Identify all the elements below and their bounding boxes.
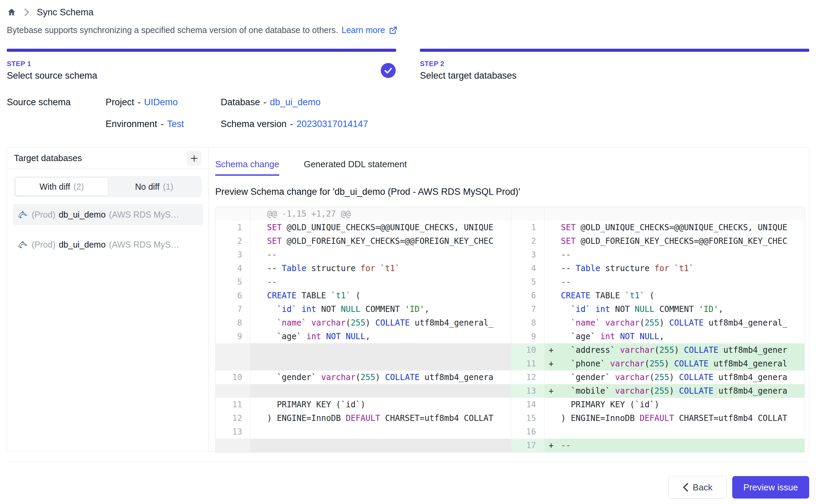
diff-line-number: 14	[511, 398, 545, 411]
code-token: PRIMARY KEY (`id`)	[267, 400, 365, 409]
code-token: varchar	[605, 318, 640, 328]
code-token: varchar	[615, 373, 649, 382]
schema-version-link[interactable]: 20230317014147	[297, 119, 368, 129]
code-token	[610, 373, 615, 382]
diff-line-content: --	[545, 275, 804, 289]
code-token: Table	[282, 264, 306, 273]
code-token	[595, 332, 600, 341]
back-button[interactable]: Back	[668, 476, 727, 499]
step-2-label: STEP 2	[420, 60, 517, 68]
code-token: DEFAULT	[640, 413, 674, 423]
code-token: 'ID'	[405, 304, 425, 314]
main-panel: Target databases With diff (2) No diff (…	[7, 147, 809, 452]
code-token: --	[267, 277, 277, 287]
diff-row: 7 `id` int NOT NULL COMMENT 'ID',7 `id` …	[216, 302, 804, 316]
code-token	[600, 318, 605, 328]
code-token	[561, 359, 571, 368]
external-link-icon[interactable]	[389, 26, 397, 35]
diff-line-content: `name` varchar(255) COLLATE utf8mb4_gene…	[545, 316, 804, 330]
code-token: --	[267, 250, 277, 259]
page-title: Sync Schema	[37, 7, 94, 18]
environment-field: Environment-Test	[106, 117, 221, 131]
code-token: `t1`	[669, 264, 694, 273]
diff-line-content: + `address` varchar(255) COLLATE utf8mb4…	[545, 343, 804, 357]
preview-issue-button[interactable]: Preview issue	[732, 476, 809, 499]
diff-line-number	[216, 439, 251, 452]
code-token: COLLATE	[385, 373, 420, 382]
project-link[interactable]: UIDemo	[144, 97, 178, 107]
step-2-progress-bar	[420, 49, 809, 52]
diff-line-number: 17	[511, 439, 545, 452]
home-icon[interactable]	[7, 7, 16, 17]
code-token: `address`	[571, 345, 615, 355]
code-token: 255	[351, 318, 365, 328]
diff-line-content: + `phone` varchar(255) COLLATE utf8mb4_g…	[545, 357, 804, 371]
code-token: 255	[361, 373, 375, 382]
tab-with-diff[interactable]: With diff (2)	[15, 177, 108, 196]
code-token: `age`	[277, 332, 301, 341]
source-schema-label: Source schema	[7, 95, 106, 131]
step-1: STEP 1 Select source schema	[7, 49, 396, 81]
learn-more-link[interactable]: Learn more	[342, 25, 385, 35]
code-token: (	[649, 373, 654, 382]
add-target-database-button[interactable]	[187, 151, 202, 166]
code-token: utf8mb4_genera	[713, 373, 787, 382]
code-token	[267, 318, 277, 328]
code-token	[307, 318, 311, 328]
diff-line-number: 7	[216, 302, 251, 316]
database-link[interactable]: db_ui_demo	[270, 97, 321, 107]
code-token: utf8mb4_general_	[410, 318, 493, 328]
diff-filter-tabs: With diff (2) No diff (1)	[14, 176, 202, 197]
list-item-database-2[interactable]: (Prod) db_ui_demo (AWS RDS MyS…	[13, 234, 203, 255]
diff-row: 4-- Table structure for `t1`4-- Table st…	[216, 262, 804, 275]
code-token: NOT	[610, 304, 635, 314]
code-token: (	[645, 291, 655, 300]
code-token: CHARSET=utf8mb4 COLLAT	[674, 413, 787, 423]
added-line-plus-sign: +	[549, 439, 553, 452]
code-token: --	[561, 277, 571, 287]
code-token: `id`	[571, 304, 591, 314]
code-token: SET	[561, 223, 576, 232]
diff-line-number	[216, 343, 251, 357]
diff-line-number: 15	[511, 411, 545, 425]
code-token	[561, 345, 571, 355]
code-token: (	[640, 318, 644, 328]
target-databases-pane: Target databases With diff (2) No diff (…	[7, 147, 209, 452]
code-token: 255	[645, 318, 659, 328]
code-token: int	[307, 332, 321, 341]
code-token: )	[375, 373, 385, 382]
code-token: SET	[561, 236, 576, 246]
environment-link[interactable]: Test	[167, 119, 184, 129]
diff-line-content: @@ -1,15 +1,27 @@	[251, 207, 511, 221]
code-token: NOT	[316, 304, 341, 314]
code-token	[297, 304, 301, 314]
diff-row: 9 `age` int NOT NULL,9 `age` int NOT NUL…	[216, 330, 804, 343]
list-item-database-1[interactable]: (Prod) db_ui_demo (AWS RDS MyS…	[13, 204, 203, 225]
diff-row: @@ -1,15 +1,27 @@	[216, 207, 804, 221]
diff-line-number: 10	[511, 343, 545, 357]
diff-line-number	[216, 384, 251, 398]
code-token: 255	[655, 373, 669, 382]
code-token: for	[361, 264, 375, 273]
preview-tabs: Schema change Generated DDL statement	[215, 159, 805, 176]
diff-line-content: `age` int NOT NULL,	[251, 330, 511, 343]
diff-line-number	[216, 357, 251, 371]
diff-line-content: PRIMARY KEY (`id`)	[251, 398, 511, 411]
code-token: `id`	[277, 304, 297, 314]
diff-line-content: CREATE TABLE `t1` (	[251, 289, 511, 302]
code-token: CREATE	[561, 291, 591, 300]
code-token: --	[561, 441, 571, 450]
diff-line-content: `gender` varchar(255) COLLATE utf8mb4_ge…	[545, 371, 804, 384]
code-token: int	[301, 304, 316, 314]
tab-no-diff[interactable]: No diff (1)	[108, 177, 201, 196]
code-token: @@ -1,15 +1,27 @@	[267, 209, 351, 219]
code-token: )	[669, 373, 679, 382]
code-token: varchar	[615, 386, 649, 396]
diff-line-number: 5	[216, 275, 251, 289]
diff-row: 2SET @OLD_FOREIGN_KEY_CHECKS=@@FOREIGN_K…	[216, 234, 804, 248]
code-token	[267, 304, 277, 314]
tab-schema-change[interactable]: Schema change	[215, 159, 279, 176]
code-token: DEFAULT	[346, 413, 380, 423]
diff-table[interactable]: @@ -1,15 +1,27 @@1SET @OLD_UNIQUE_CHECKS…	[215, 207, 805, 453]
tab-generated-ddl[interactable]: Generated DDL statement	[304, 159, 407, 176]
